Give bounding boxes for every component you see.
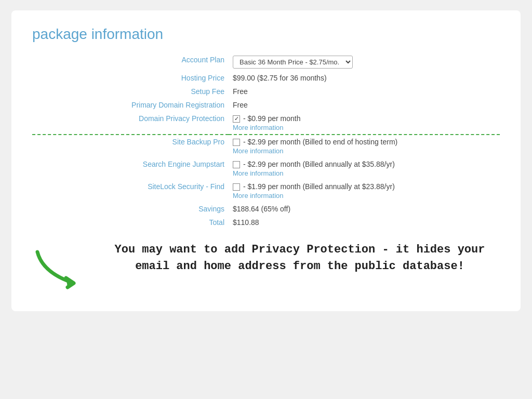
arrow-container xyxy=(32,247,95,296)
promo-text: You may want to add Privacy Protection -… xyxy=(100,242,500,275)
account-plan-label: Account Plan xyxy=(32,53,229,71)
domain-privacy-checkbox[interactable] xyxy=(233,115,240,123)
primary-domain-value: Free xyxy=(229,98,500,112)
domain-privacy-label: Domain Privacy Protection xyxy=(32,112,229,135)
domain-privacy-value: - $0.99 per month More information xyxy=(229,112,500,135)
account-plan-row: Account Plan Basic 36 Month Price - $2.7… xyxy=(32,53,500,71)
search-engine-value: - $2.99 per month (Billed annually at $3… xyxy=(229,157,500,180)
sitelock-value: - $1.99 per month (Billed annually at $2… xyxy=(229,180,500,202)
hosting-price-row: Hosting Price $99.00 ($2.75 for 36 month… xyxy=(32,71,500,85)
package-information-panel: package information Account Plan Basic 3… xyxy=(11,10,521,311)
domain-privacy-more-info[interactable]: More information xyxy=(233,124,496,131)
search-engine-row: Search Engine Jumpstart - $2.99 per mont… xyxy=(32,157,500,180)
site-backup-label: Site Backup Pro xyxy=(32,135,229,157)
savings-label: Savings xyxy=(32,202,229,216)
savings-value: $188.64 (65% off) xyxy=(229,202,500,216)
setup-fee-value: Free xyxy=(229,85,500,98)
arrow-icon xyxy=(32,247,89,294)
site-backup-checkbox[interactable] xyxy=(233,139,240,146)
search-engine-checkbox[interactable] xyxy=(233,161,240,168)
setup-fee-label: Setup Fee xyxy=(32,85,229,98)
savings-row: Savings $188.64 (65% off) xyxy=(32,202,500,216)
page-title: package information xyxy=(32,26,500,43)
sitelock-label: SiteLock Security - Find xyxy=(32,180,229,202)
primary-domain-row: Primary Domain Registration Free xyxy=(32,98,500,112)
bottom-section: You may want to add Privacy Protection -… xyxy=(32,242,500,296)
hosting-price-value: $99.00 ($2.75 for 36 months) xyxy=(229,71,500,85)
total-label: Total xyxy=(32,216,229,229)
sitelock-price: - $1.99 per month (Billed annually at $2… xyxy=(243,182,395,191)
hosting-price-label: Hosting Price xyxy=(32,71,229,85)
site-backup-more-info[interactable]: More information xyxy=(233,147,496,155)
search-engine-label: Search Engine Jumpstart xyxy=(32,157,229,180)
account-plan-select[interactable]: Basic 36 Month Price - $2.75/mo. xyxy=(233,56,353,69)
account-plan-value: Basic 36 Month Price - $2.75/mo. xyxy=(229,53,500,71)
domain-privacy-row: Domain Privacy Protection - $0.99 per mo… xyxy=(32,112,500,135)
sitelock-row: SiteLock Security - Find - $1.99 per mon… xyxy=(32,180,500,202)
info-table: Account Plan Basic 36 Month Price - $2.7… xyxy=(32,53,500,229)
total-row: Total $110.88 xyxy=(32,216,500,229)
site-backup-value: - $2.99 per month (Billed to end of host… xyxy=(229,135,500,157)
site-backup-price: - $2.99 per month (Billed to end of host… xyxy=(243,138,397,146)
setup-fee-row: Setup Fee Free xyxy=(32,85,500,98)
total-value: $110.88 xyxy=(229,216,500,229)
sitelock-more-info[interactable]: More information xyxy=(233,192,496,200)
search-engine-price: - $2.99 per month (Billed annually at $3… xyxy=(243,160,395,168)
search-engine-more-info[interactable]: More information xyxy=(233,169,496,177)
sitelock-checkbox[interactable] xyxy=(233,183,240,191)
site-backup-row: Site Backup Pro - $2.99 per month (Bille… xyxy=(32,135,500,157)
domain-privacy-price: - $0.99 per month xyxy=(243,114,301,123)
primary-domain-label: Primary Domain Registration xyxy=(32,98,229,112)
